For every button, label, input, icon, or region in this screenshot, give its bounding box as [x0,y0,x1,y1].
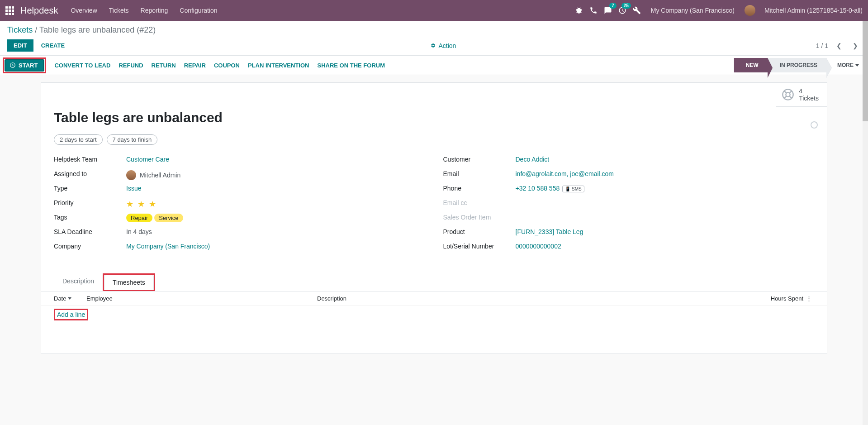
label-phone: Phone [443,185,516,195]
user-name[interactable]: Mitchell Admin (12571854-15-0-all) [764,7,863,14]
highlight-add-line: Add a line [54,309,88,320]
coupon-button[interactable]: COUPON [214,62,240,69]
pager-text: 1 / 1 [816,42,828,49]
label-product: Product [443,228,516,238]
sla-pill-start: 2 days to start [54,134,103,145]
lifebuoy-icon [782,88,794,101]
value-customer[interactable]: Deco Addict [516,156,550,163]
pager-next[interactable]: ❯ [850,41,861,50]
edit-button[interactable]: EDIT [7,39,33,52]
plan-intervention-button[interactable]: PLAN INTERVENTION [248,62,309,69]
nav-configuration[interactable]: Configuration [180,7,217,14]
kanban-state-indicator[interactable] [811,121,818,129]
phone-icon[interactable] [589,6,598,14]
value-sla-deadline: In 4 days [126,228,425,238]
top-nav: Overview Tickets Reporting Configuration [71,7,574,14]
svg-point-1 [786,92,790,96]
tag-repair: Repair [126,214,152,222]
sms-button[interactable]: 📱 SMS [562,186,584,192]
convert-to-lead-button[interactable]: CONVERT TO LEAD [54,62,110,69]
pager-prev[interactable]: ❮ [834,41,844,50]
form-sheet: 4 Tickets Table legs are unbalanced 2 da… [41,82,827,354]
stage-new[interactable]: NEW [734,58,768,72]
tag-service: Service [154,214,183,222]
label-sla-deadline: SLA Deadline [54,228,126,238]
stage-more[interactable]: MORE [826,58,863,72]
highlight-timesheets-tab: Timesheets [103,273,155,291]
label-helpdesk-team: Helpdesk Team [54,156,126,166]
priority-stars[interactable]: ★ ★ ★ [126,200,157,209]
sla-pill-finish: 7 days to finish [107,134,158,145]
repair-button[interactable]: REPAIR [184,62,206,69]
label-email-cc: Email cc [443,199,516,209]
activities-badge: 25 [621,3,631,9]
apps-icon[interactable] [5,6,14,15]
refund-button[interactable]: REFUND [119,62,143,69]
label-priority: Priority [54,199,126,209]
messages-icon[interactable]: 7 [604,6,612,14]
value-assigned-to: Mitchell Admin [140,172,180,179]
brand-title: Helpdesk [20,5,58,16]
messages-badge: 7 [609,3,617,9]
label-sales-order-item: Sales Order Item [443,214,516,224]
label-customer: Customer [443,156,516,166]
highlight-start: START [3,57,46,73]
ticket-title: Table legs are unbalanced [54,110,814,125]
column-date[interactable]: Date [54,295,86,302]
value-email[interactable]: info@agrolait.com, joe@email.com [516,170,614,177]
value-company[interactable]: My Company (San Francisco) [126,243,210,250]
sort-desc-icon [68,297,71,300]
tab-timesheets[interactable]: Timesheets [104,275,154,290]
create-button[interactable]: CREATE [35,39,71,52]
stat-count: 4 [799,87,819,95]
timesheet-table-header: Date Employee Description Hours Spent ⋮ [41,291,827,306]
label-company: Company [54,243,126,253]
share-forum-button[interactable]: SHARE ON THE FORUM [318,62,385,69]
breadcrumb-root[interactable]: Tickets [7,25,33,34]
column-employee[interactable]: Employee [86,295,317,302]
value-product[interactable]: [FURN_2333] Table Leg [516,228,583,235]
activities-icon[interactable]: 25 [618,6,626,14]
label-tags: Tags [54,214,126,224]
stage-in-progress[interactable]: IN PROGRESS [768,58,826,72]
control-panel: Tickets / Table legs are unbalanced (#22… [0,21,868,55]
nav-tickets[interactable]: Tickets [109,7,129,14]
add-line-button[interactable]: Add a line [57,311,85,318]
column-description[interactable]: Description [317,295,749,302]
tabs: Description Timesheets [41,273,827,291]
value-helpdesk-team[interactable]: Customer Care [126,156,169,163]
user-avatar[interactable] [745,5,755,16]
wrench-icon[interactable] [633,6,641,14]
company-selector[interactable]: My Company (San Francisco) [651,7,735,14]
top-actions: 7 25 My Company (San Francisco) Mitchell… [575,5,863,16]
value-lot-serial[interactable]: 0000000000002 [516,243,561,250]
scrollbar-vertical[interactable] [863,21,868,363]
label-type: Type [54,185,126,195]
start-button[interactable]: START [5,60,44,71]
value-phone[interactable]: +32 10 588 558 [516,185,560,192]
breadcrumb-current: Table legs are unbalanced (#22) [39,25,156,34]
return-button[interactable]: RETURN [152,62,176,69]
breadcrumb: Tickets / Table legs are unbalanced (#22… [7,25,861,35]
label-lot-serial: Lot/Serial Number [443,243,516,253]
nav-overview[interactable]: Overview [71,7,97,14]
clock-icon [9,62,16,68]
column-hours[interactable]: Hours Spent [749,295,803,302]
action-menu[interactable]: Action [431,42,456,49]
nav-reporting[interactable]: Reporting [141,7,168,14]
chevron-down-icon [855,64,859,67]
top-bar: Helpdesk Overview Tickets Reporting Conf… [0,0,868,21]
bug-icon[interactable] [575,6,583,14]
label-assigned-to: Assigned to [54,170,126,180]
stat-label: Tickets [799,95,819,102]
label-email: Email [443,170,516,180]
tickets-stat-button[interactable]: 4 Tickets [776,83,827,107]
column-options-icon[interactable]: ⋮ [803,295,814,302]
status-bar: START CONVERT TO LEAD REFUND RETURN REPA… [0,55,868,75]
assignee-avatar [126,170,136,180]
value-type[interactable]: Issue [126,185,141,192]
tab-description[interactable]: Description [54,273,103,291]
